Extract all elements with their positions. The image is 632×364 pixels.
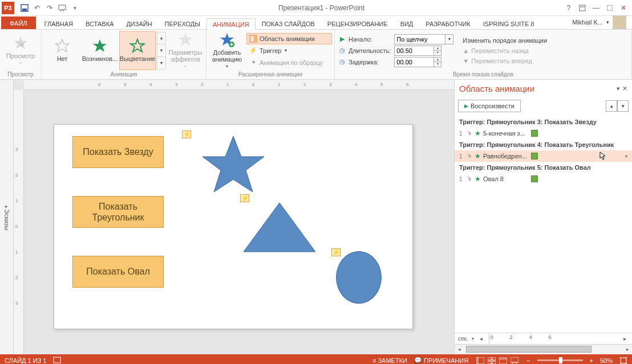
star-icon <box>219 32 235 48</box>
clock-icon: ◷ <box>338 47 346 55</box>
tab-animation[interactable]: АНИМАЦИЯ <box>206 18 256 30</box>
move-up-button[interactable]: ▴ <box>606 100 617 112</box>
timing-controls: ▶Начало: ▾ ◷Длительность: ▴▾ ◷Задержка: … <box>337 32 458 69</box>
chevron-down-icon[interactable]: ▾ <box>472 336 474 341</box>
cursor-icon <box>599 152 606 161</box>
preview-button: Просмотр ▾ <box>2 31 39 70</box>
triangle-shape[interactable] <box>242 202 317 253</box>
group-advanced-animation: Добавить анимацию ▾ Область анимации ⚡ Т… <box>206 30 335 79</box>
window-title: Презентация1 - PowerPoint <box>80 4 562 12</box>
oval-shape[interactable] <box>336 251 382 304</box>
pane-close-icon[interactable]: ✕ <box>622 85 627 92</box>
play-animation-button[interactable]: ▶ Воспроизвести <box>458 100 521 112</box>
animation-marker[interactable]: ⚡ <box>240 194 249 202</box>
timeline-next-icon[interactable]: ▸ <box>621 336 629 342</box>
star-icon <box>129 38 145 54</box>
effect-fade[interactable]: Выцветание <box>119 31 156 70</box>
trigger-heading: Триггер: Прямоугольник 4: Показать Треуг… <box>455 139 632 150</box>
language-indicator[interactable] <box>53 356 61 365</box>
slideshow-view-icon[interactable] <box>509 356 520 365</box>
ribbon-tabs: ФАЙЛ ГЛАВНАЯ ВСТАВКА ДИЗАЙН ПЕРЕХОДЫ АНИ… <box>0 16 632 30</box>
shape-button-star[interactable]: Показать Звезду <box>72 136 164 168</box>
pane-menu-icon[interactable]: ▾ <box>617 85 620 92</box>
move-forward-button: ▼Переместить вперед <box>463 56 547 66</box>
add-animation-button[interactable]: Добавить анимацию ▾ <box>209 31 245 70</box>
tab-insert[interactable]: ВСТАВКА <box>79 18 120 29</box>
timeline-prev-icon[interactable]: ◂ <box>477 336 485 342</box>
shape-button-oval[interactable]: Показать Овал <box>72 256 164 288</box>
tab-slideshow[interactable]: ПОКАЗ СЛАЙДОВ <box>256 18 321 29</box>
spin-up-icon[interactable]: ▴ <box>434 58 441 62</box>
tab-ispring[interactable]: ISPRING SUITE 8 <box>477 18 541 29</box>
spin-down-icon[interactable]: ▾ <box>434 51 441 55</box>
zoom-level[interactable]: 50% <box>600 357 613 364</box>
animation-marker[interactable]: ⚡ <box>182 130 191 138</box>
scroll-thumb[interactable] <box>466 346 592 353</box>
shape-button-triangle[interactable]: Показать Треугольник <box>72 196 164 228</box>
sorter-view-icon[interactable] <box>487 356 497 365</box>
spin-up-icon[interactable]: ▴ <box>434 46 441 51</box>
close-icon[interactable]: ✕ <box>617 2 630 14</box>
animation-item-selected[interactable]: 1🖱★ Равнобедрен... ▾ <box>455 150 632 162</box>
start-show-icon[interactable] <box>56 2 68 14</box>
gallery-down-icon[interactable]: ▾ <box>157 44 165 57</box>
thumbnail-strip-toggle[interactable]: ▸ Эскизы <box>0 80 14 354</box>
tab-review[interactable]: РЕЦЕНЗИРОВАНИЕ <box>321 18 394 29</box>
svg-rect-4 <box>607 5 613 11</box>
star-shape[interactable] <box>201 135 265 194</box>
tab-home[interactable]: ГЛАВНАЯ <box>38 18 79 29</box>
tab-view[interactable]: ВИД <box>394 18 420 29</box>
effect-appear[interactable]: Возникнов... <box>82 31 118 70</box>
help-icon[interactable]: ? <box>562 2 575 14</box>
spin-down-icon[interactable]: ▾ <box>434 62 441 67</box>
scroll-right-icon[interactable]: ▸ <box>623 345 632 354</box>
duration-field[interactable] <box>394 46 434 56</box>
zoom-out-icon[interactable]: − <box>526 357 530 364</box>
reading-view-icon[interactable] <box>498 356 508 365</box>
animation-item[interactable]: 1🖱★ 5-конечная з... <box>455 128 632 139</box>
tab-developer[interactable]: РАЗРАБОТЧИК <box>419 18 476 29</box>
move-down-button[interactable]: ▾ <box>617 100 629 112</box>
ribbon-collapse-icon[interactable] <box>576 2 589 14</box>
user-account[interactable]: Mikhail K... ▾ <box>572 15 626 29</box>
gallery-more-icon[interactable]: ▾ <box>157 57 165 69</box>
star-icon <box>177 32 193 48</box>
horizontal-scrollbar[interactable]: ◂ ▸ <box>454 344 632 354</box>
animation-marker[interactable]: ⚡ <box>331 248 341 256</box>
pane-icon <box>249 35 257 43</box>
scroll-left-icon[interactable]: ◂ <box>455 345 464 354</box>
delay-field[interactable] <box>394 57 434 67</box>
animation-item[interactable]: 1🖱★ Овал 8 <box>455 173 632 185</box>
animation-pane-button[interactable]: Область анимации <box>246 33 332 44</box>
move-back-button: ▲Переместить назад <box>463 46 547 56</box>
star-icon <box>92 38 108 54</box>
minimize-icon[interactable]: — <box>590 2 602 14</box>
qat-customize-icon[interactable]: ▾ <box>69 2 80 14</box>
undo-icon[interactable]: ↶ <box>31 2 43 14</box>
tab-transitions[interactable]: ПЕРЕХОДЫ <box>159 18 206 29</box>
zoom-in-icon[interactable]: + <box>590 357 593 364</box>
group-preview: Просмотр ▾ Просмотр <box>0 30 42 79</box>
maximize-icon[interactable] <box>603 2 616 14</box>
svg-rect-10 <box>476 357 479 364</box>
effect-none[interactable]: Нет <box>44 31 80 70</box>
fit-window-icon[interactable] <box>619 357 627 365</box>
chevron-down-icon[interactable]: ▾ <box>625 154 627 159</box>
comments-button[interactable]: 💬ПРИМЕЧАНИЯ <box>414 357 468 364</box>
comment-icon: 💬 <box>414 357 422 364</box>
normal-view-icon[interactable] <box>475 356 485 365</box>
chevron-down-icon[interactable]: ▾ <box>445 34 453 44</box>
zoom-slider[interactable] <box>537 359 583 361</box>
user-name: Mikhail K... <box>572 19 603 26</box>
slide-canvas[interactable]: Показать Звезду Показать Треугольник Пок… <box>24 90 454 354</box>
start-select[interactable] <box>394 34 445 44</box>
trigger-button[interactable]: ⚡ Триггер ▾ <box>246 45 332 56</box>
notes-button[interactable]: ≡ЗАМЕТКИ <box>372 357 407 364</box>
gallery-up-icon[interactable]: ▴ <box>157 32 165 45</box>
save-icon[interactable] <box>19 2 30 14</box>
redo-icon[interactable]: ↷ <box>44 2 55 14</box>
tab-design[interactable]: ДИЗАЙН <box>120 18 158 29</box>
app-icon: P3 <box>2 2 14 14</box>
svg-rect-11 <box>488 357 491 360</box>
tab-file[interactable]: ФАЙЛ <box>1 17 36 29</box>
